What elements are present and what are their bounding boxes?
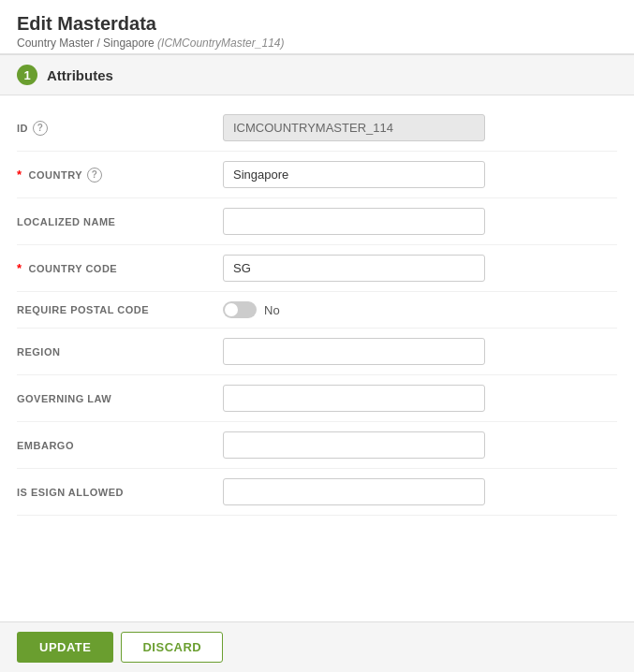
field-value-embargo bbox=[223, 431, 617, 459]
discard-button[interactable]: DISCARD bbox=[121, 632, 223, 663]
field-label-id: ID ? bbox=[17, 121, 223, 136]
field-label-country-code: * COUNTRY CODE bbox=[17, 261, 223, 275]
field-value-id: ICMCOUNTRYMASTER_114 bbox=[223, 114, 617, 141]
field-value-country-code bbox=[223, 255, 617, 282]
field-label-localized-name: LOCALIZED NAME bbox=[17, 216, 223, 227]
field-row-governing-law: GOVERNING LAW bbox=[17, 375, 617, 422]
field-value-require-postal-code: No bbox=[223, 301, 617, 318]
form-body: ID ? ICMCOUNTRYMASTER_114 * COUNTRY ? LO… bbox=[0, 95, 634, 591]
toggle-slider bbox=[223, 301, 257, 318]
field-label-embargo: EMBARGO bbox=[17, 440, 223, 451]
field-row-localized-name: LOCALIZED NAME bbox=[17, 198, 617, 245]
section-number: 1 bbox=[17, 65, 37, 85]
country-input[interactable] bbox=[223, 161, 485, 188]
country-code-input[interactable] bbox=[223, 255, 485, 282]
field-row-require-postal-code: REQUIRE POSTAL CODE No bbox=[17, 292, 617, 329]
require-postal-code-toggle[interactable] bbox=[223, 301, 257, 318]
help-icon-id[interactable]: ? bbox=[33, 121, 48, 136]
localized-name-input[interactable] bbox=[223, 208, 485, 235]
is-esign-allowed-input[interactable] bbox=[223, 478, 485, 505]
field-value-governing-law bbox=[223, 385, 617, 412]
field-row-country-code: * COUNTRY CODE bbox=[17, 245, 617, 292]
field-row-is-esign-allowed: IS ESIGN ALLOWED bbox=[17, 469, 617, 516]
field-label-is-esign-allowed: IS ESIGN ALLOWED bbox=[17, 487, 223, 498]
page-header: Edit Masterdata Country Master / Singapo… bbox=[0, 0, 634, 54]
breadcrumb: Country Master / Singapore (ICMCountryMa… bbox=[17, 37, 617, 50]
field-value-country bbox=[223, 161, 617, 188]
field-label-require-postal-code: REQUIRE POSTAL CODE bbox=[17, 304, 223, 315]
breadcrumb-id: (ICMCountryMaster_114) bbox=[157, 37, 284, 50]
field-value-region bbox=[223, 338, 617, 365]
field-label-country: * COUNTRY ? bbox=[17, 168, 223, 183]
toggle-label: No bbox=[264, 303, 280, 317]
page-title: Edit Masterdata bbox=[17, 13, 617, 35]
toggle-container: No bbox=[223, 301, 617, 318]
breadcrumb-item: Singapore bbox=[103, 37, 155, 50]
update-button[interactable]: UPDATE bbox=[17, 632, 113, 663]
region-input[interactable] bbox=[223, 338, 485, 365]
bottom-bar: UPDATE DISCARD bbox=[0, 621, 634, 672]
field-row-region: REGION bbox=[17, 329, 617, 375]
section-header: 1 Attributes bbox=[0, 54, 634, 95]
help-icon-country[interactable]: ? bbox=[87, 168, 102, 183]
field-value-is-esign-allowed bbox=[223, 478, 617, 505]
field-label-governing-law: GOVERNING LAW bbox=[17, 393, 223, 404]
breadcrumb-main: Country Master bbox=[17, 37, 94, 50]
section-title: Attributes bbox=[47, 67, 113, 83]
governing-law-input[interactable] bbox=[223, 385, 485, 412]
field-value-localized-name bbox=[223, 208, 617, 235]
field-row-country: * COUNTRY ? bbox=[17, 152, 617, 198]
field-row-id: ID ? ICMCOUNTRYMASTER_114 bbox=[17, 105, 617, 152]
embargo-input[interactable] bbox=[223, 431, 485, 459]
field-label-region: REGION bbox=[17, 346, 223, 358]
required-star-country: * bbox=[17, 168, 22, 182]
required-star-country-code: * bbox=[17, 261, 22, 275]
field-row-embargo: EMBARGO bbox=[17, 422, 617, 469]
id-display: ICMCOUNTRYMASTER_114 bbox=[223, 114, 485, 141]
